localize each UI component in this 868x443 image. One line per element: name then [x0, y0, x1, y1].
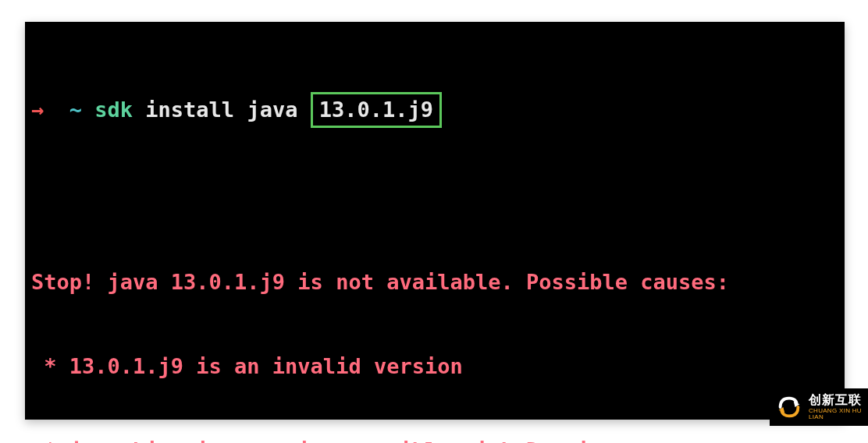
command-args: install java [133, 97, 311, 122]
command-sdk: sdk [94, 97, 133, 122]
watermark-badge: 创新互联 CHUANG XIN HU LIAN [770, 388, 868, 426]
error-line-2: * 13.0.1.j9 is an invalid version [31, 353, 838, 381]
logo-text: 创新互联 CHUANG XIN HU LIAN [809, 394, 863, 420]
prompt-tilde: ~ [44, 97, 94, 122]
terminal-output: → ~ sdk install java 13.0.1.j9 Stop! jav… [31, 36, 838, 443]
logo-text-en: CHUANG XIN HU LIAN [809, 408, 863, 420]
prompt-arrow: → [31, 97, 44, 122]
logo-icon [774, 392, 804, 422]
highlight-version-green: 13.0.1.j9 [311, 92, 442, 128]
terminal-window: → ~ sdk install java 13.0.1.j9 Stop! jav… [25, 22, 845, 420]
logo-text-cn: 创新互联 [809, 394, 863, 406]
error-line-3: * java binaries are incompatible with Da… [31, 437, 838, 443]
command-line-1: → ~ sdk install java 13.0.1.j9 [31, 92, 838, 128]
error-line-1: Stop! java 13.0.1.j9 is not available. P… [31, 268, 838, 296]
